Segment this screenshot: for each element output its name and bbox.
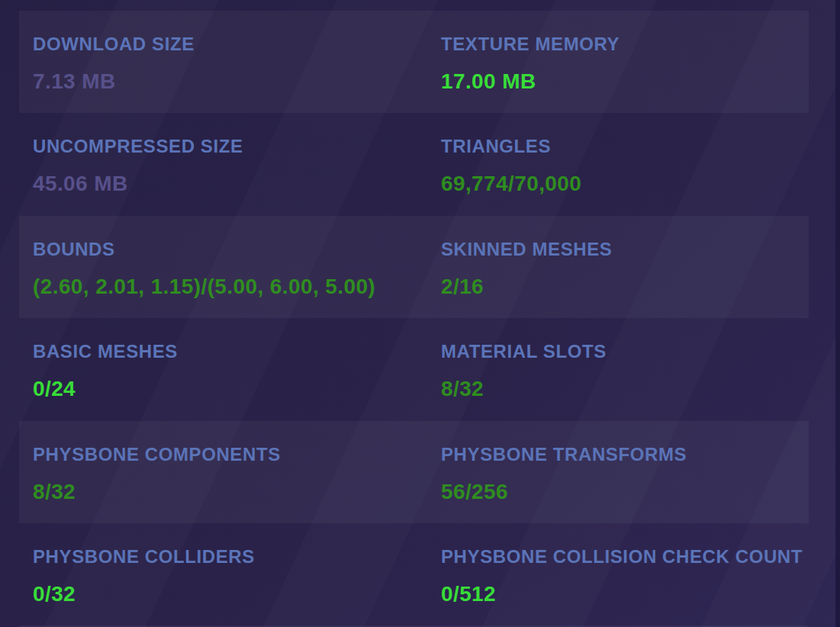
stat-label: BASIC MESHES — [33, 341, 441, 362]
stat-physbone-collision-check-count: PHYSBONE COLLISION CHECK COUNT 0/512 — [441, 546, 809, 625]
stats-row-5: PHYSBONE COMPONENTS 8/32 PHYSBONE TRANSF… — [19, 421, 809, 523]
stat-bounds: BOUNDS (2.60, 2.01, 1.15)/(5.00, 6.00, 5… — [33, 239, 441, 318]
stat-label: SKINNED MESHES — [441, 239, 809, 260]
stat-triangles: TRIANGLES 69,774/70,000 — [441, 136, 809, 215]
stat-value: 0/24 — [33, 377, 441, 401]
stat-label: DOWNLOAD SIZE — [33, 34, 441, 55]
stat-value: 69,774/70,000 — [441, 172, 809, 196]
stat-label: PHYSBONE TRANSFORMS — [441, 444, 809, 465]
stat-skinned-meshes: SKINNED MESHES 2/16 — [441, 239, 809, 318]
stat-value: 0/512 — [441, 582, 809, 606]
stat-value: 17.00 MB — [441, 69, 809, 94]
avatar-stats-panel: DOWNLOAD SIZE 7.13 MB TEXTURE MEMORY 17.… — [19, 11, 809, 627]
stat-physbone-colliders: PHYSBONE COLLIDERS 0/32 — [33, 546, 441, 625]
stat-physbone-transforms: PHYSBONE TRANSFORMS 56/256 — [441, 444, 809, 523]
scrollbar-track[interactable] — [835, 0, 840, 627]
stat-uncompressed-size: UNCOMPRESSED SIZE 45.06 MB — [33, 136, 441, 215]
stats-row-1: DOWNLOAD SIZE 7.13 MB TEXTURE MEMORY 17.… — [19, 11, 809, 113]
stat-download-size: DOWNLOAD SIZE 7.13 MB — [33, 34, 441, 113]
stat-material-slots: MATERIAL SLOTS 8/32 — [441, 341, 809, 420]
stat-value: 45.06 MB — [33, 172, 441, 196]
stat-label: PHYSBONE COLLISION CHECK COUNT — [441, 546, 809, 568]
stat-label: TRIANGLES — [441, 136, 809, 157]
stat-physbone-components: PHYSBONE COMPONENTS 8/32 — [33, 444, 441, 523]
stat-value: 8/32 — [441, 377, 809, 401]
stat-texture-memory: TEXTURE MEMORY 17.00 MB — [441, 34, 809, 113]
stat-value: 56/256 — [441, 480, 809, 504]
stat-value: 2/16 — [441, 275, 809, 299]
stat-label: TEXTURE MEMORY — [441, 34, 809, 55]
stats-row-6: PHYSBONE COLLIDERS 0/32 PHYSBONE COLLISI… — [19, 523, 809, 625]
stats-row-2: UNCOMPRESSED SIZE 45.06 MB TRIANGLES 69,… — [19, 113, 809, 215]
stat-value: 7.13 MB — [33, 69, 441, 94]
stat-value: 8/32 — [33, 480, 441, 504]
stat-basic-meshes: BASIC MESHES 0/24 — [33, 341, 441, 420]
stat-label: PHYSBONE COLLIDERS — [33, 546, 441, 568]
stat-value: 0/32 — [33, 582, 441, 606]
stats-row-4: BASIC MESHES 0/24 MATERIAL SLOTS 8/32 — [19, 318, 809, 420]
stat-label: MATERIAL SLOTS — [441, 341, 809, 362]
stat-label: PHYSBONE COMPONENTS — [33, 444, 441, 465]
stat-label: BOUNDS — [33, 239, 441, 260]
stat-label: UNCOMPRESSED SIZE — [33, 136, 441, 157]
stats-row-3: BOUNDS (2.60, 2.01, 1.15)/(5.00, 6.00, 5… — [19, 216, 809, 318]
stat-value: (2.60, 2.01, 1.15)/(5.00, 6.00, 5.00) — [33, 275, 441, 299]
